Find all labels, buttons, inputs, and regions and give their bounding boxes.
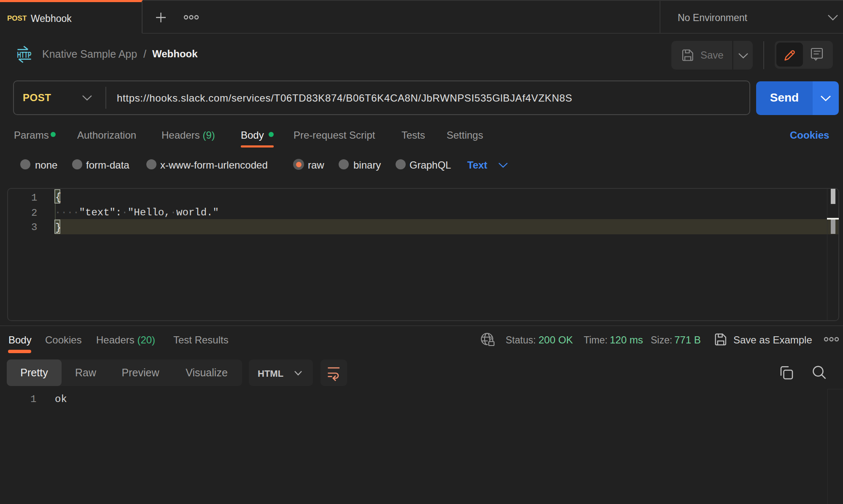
svg-text:HTTP: HTTP — [17, 50, 32, 59]
